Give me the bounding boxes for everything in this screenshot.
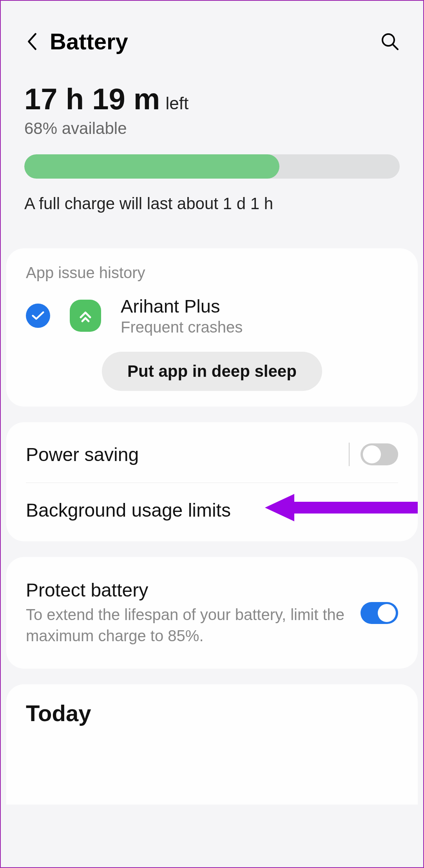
search-icon [381, 32, 399, 51]
header: Battery [1, 1, 423, 70]
protect-battery-card: Protect battery To extend the lifespan o… [6, 557, 418, 669]
app-info: Arihant Plus Frequent crashes [121, 295, 243, 336]
check-circle-icon [26, 304, 50, 328]
time-value: 17 h 19 m [24, 82, 160, 116]
time-remaining: 17 h 19 m left [24, 82, 400, 116]
today-title: Today [26, 700, 398, 726]
app-issue-description: Frequent crashes [121, 318, 243, 336]
vertical-divider [349, 443, 350, 466]
deep-sleep-button[interactable]: Put app in deep sleep [102, 352, 322, 391]
annotation-arrow-icon [265, 491, 418, 524]
battery-summary: 17 h 19 m left 68% available A full char… [1, 70, 423, 233]
power-saving-toggle[interactable] [361, 443, 398, 465]
app-name: Arihant Plus [121, 295, 243, 317]
svg-line-1 [393, 44, 398, 49]
svg-marker-2 [265, 494, 418, 521]
protect-battery-row[interactable]: Protect battery To extend the lifespan o… [26, 563, 398, 663]
percent-available: 68% available [24, 119, 400, 138]
protect-battery-description: To extend the lifespan of your battery, … [26, 604, 349, 646]
battery-progress-fill [24, 154, 279, 179]
search-button[interactable] [380, 32, 400, 51]
battery-progress-bar[interactable] [24, 154, 400, 179]
background-usage-limits-row[interactable]: Background usage limits [26, 483, 398, 537]
time-suffix: left [165, 94, 188, 113]
today-card: Today [6, 684, 418, 805]
power-settings-card: Power saving Background usage limits [6, 422, 418, 541]
app-issue-card: App issue history Arihant Plus Frequent … [6, 248, 418, 407]
full-charge-text: A full charge will last about 1 d 1 h [24, 194, 400, 213]
back-button[interactable] [24, 34, 40, 49]
protect-battery-toggle[interactable] [361, 602, 398, 624]
power-saving-label: Power saving [26, 444, 139, 465]
app-icon [70, 300, 101, 332]
chevron-left-icon [27, 33, 37, 50]
app-issue-row[interactable]: Arihant Plus Frequent crashes [26, 295, 398, 336]
power-saving-row[interactable]: Power saving [26, 426, 398, 483]
protect-battery-label: Protect battery [26, 579, 349, 601]
page-title: Battery [50, 28, 380, 54]
background-usage-limits-label: Background usage limits [26, 499, 231, 521]
app-issue-header: App issue history [26, 264, 398, 282]
